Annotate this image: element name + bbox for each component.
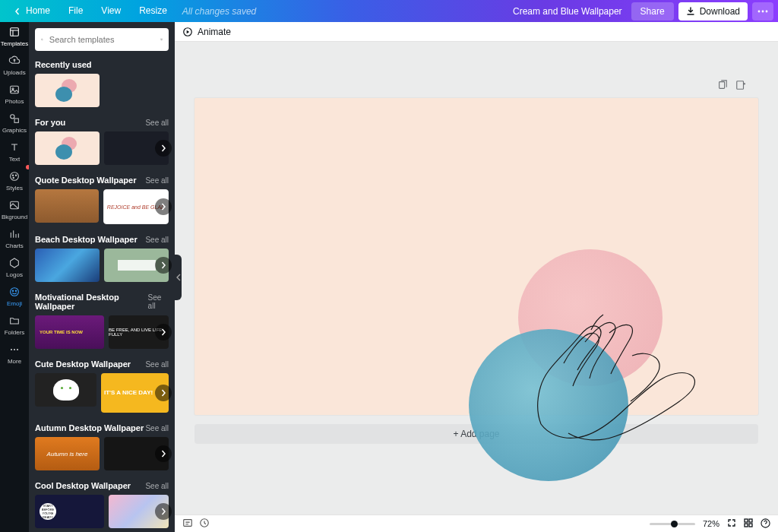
scroll-right-button[interactable] [155,324,172,340]
scroll-right-button[interactable] [155,140,172,157]
see-all-link[interactable]: See all [145,119,169,127]
rail-background[interactable]: Bkground [0,195,29,224]
chevron-right-icon [160,328,167,336]
template-thumb[interactable] [35,189,99,223]
see-all-link[interactable]: See all [145,236,169,244]
svg-rect-3 [11,28,19,36]
chevron-right-icon [160,261,167,269]
scroll-right-button[interactable] [155,503,172,520]
document-title[interactable]: Cream and Blue Wallpaper [513,6,622,17]
file-menu[interactable]: File [59,0,92,22]
download-icon [686,7,695,16]
section-beach: Beach Desktop WallpaperSee all [35,232,169,282]
scroll-right-button[interactable] [155,257,172,274]
template-thumb[interactable]: YOUR TIME IS NOW [35,315,104,349]
home-link[interactable]: Home [5,0,59,22]
rail-logos[interactable]: Logos [0,253,29,282]
canvas-area: Animate [175,22,778,532]
chevron-right-icon [160,508,167,515]
rail-charts[interactable]: Charts [0,224,29,253]
duration-button[interactable] [199,518,210,530]
canvas-page[interactable] [194,98,758,415]
svg-rect-28 [749,524,752,527]
template-thumb[interactable] [35,74,100,107]
animate-button[interactable]: Animate [182,27,231,37]
svg-point-0 [758,10,761,12]
svg-point-1 [762,10,764,12]
template-thumb[interactable] [35,373,96,407]
rail-uploads[interactable]: Uploads [0,51,29,80]
add-page-icon-button[interactable] [735,80,746,93]
template-thumb[interactable]: Autumn is here [35,437,100,470]
rail-photos[interactable]: Photos [0,80,29,109]
chevron-right-icon [160,203,167,211]
view-menu[interactable]: View [92,0,130,22]
scroll-right-button[interactable] [155,445,172,462]
scroll-right-button[interactable] [155,198,172,215]
rail-more[interactable]: More [0,340,29,369]
svg-rect-22 [737,81,744,90]
rail-graphics[interactable]: Graphics [0,109,29,138]
zoom-slider[interactable] [650,523,695,525]
chevron-right-icon [160,450,167,458]
chevron-right-icon [160,144,167,152]
svg-rect-7 [14,119,18,122]
section-quote: Quote Desktop WallpaperSee all REJOICE a… [35,173,169,224]
help-button[interactable] [761,518,770,530]
see-all-link[interactable]: See all [145,360,169,369]
copy-page-button[interactable] [717,80,728,93]
search-input[interactable] [48,34,156,45]
rail-emoji[interactable]: Emoji [0,282,29,311]
see-all-link[interactable]: See all [145,482,169,490]
svg-point-13 [11,288,19,296]
chevron-right-icon [160,389,167,397]
copy-icon [717,80,728,90]
svg-point-9 [12,175,13,176]
chevron-left-icon [14,8,21,15]
grid-view-button[interactable] [744,518,753,529]
section-motivational: Motivational Desktop WallpaperSee all YO… [35,290,169,349]
see-all-link[interactable]: See all [145,424,169,432]
svg-point-2 [766,10,768,12]
more-button[interactable] [752,2,773,21]
svg-point-14 [12,290,13,291]
share-button[interactable]: Share [631,2,674,21]
svg-rect-23 [184,520,192,527]
rail-styles[interactable]: Styles [0,166,29,195]
templates-panel: Recently used For youSee all Quote Deskt… [29,22,175,532]
svg-point-6 [11,115,14,119]
scroll-right-button[interactable] [155,385,172,401]
filter-icon[interactable] [160,33,163,46]
svg-point-10 [15,175,16,176]
section-cute: Cute Desktop WallpaperSee all IT'S A NIC… [35,356,169,413]
help-icon [761,518,770,528]
see-all-link[interactable]: See all [145,176,169,185]
svg-point-11 [13,177,14,178]
svg-rect-26 [749,519,752,522]
search-icon [41,34,43,45]
template-thumb[interactable] [35,131,100,165]
template-thumb[interactable]: START BEFORE YOU'RE READY [35,495,104,528]
section-autumn: Autumn Desktop WallpaperSee all Autumn i… [35,420,169,470]
fullscreen-button[interactable] [727,518,736,529]
svg-rect-4 [11,86,19,93]
see-all-link[interactable]: See all [148,293,169,310]
animate-icon [182,27,193,37]
rail-templates[interactable]: Templates [0,22,29,51]
svg-rect-25 [745,519,748,522]
download-button[interactable]: Download [678,2,748,21]
search-box [35,28,169,51]
dots-icon [757,10,768,13]
collapse-panel-button[interactable] [175,255,182,300]
template-thumb[interactable] [35,249,100,282]
notes-icon [182,518,193,528]
rail-text[interactable]: Text [0,138,29,166]
zoom-level[interactable]: 72% [703,519,719,528]
rail-folders[interactable]: Folders [0,311,29,340]
side-rail: Templates Uploads Photos Graphics Text S… [0,22,29,532]
notes-button[interactable] [182,518,193,530]
svg-point-19 [41,39,43,40]
resize-menu[interactable]: Resize [130,0,176,22]
status-bar: 72% [175,515,778,532]
download-label: Download [700,6,740,17]
